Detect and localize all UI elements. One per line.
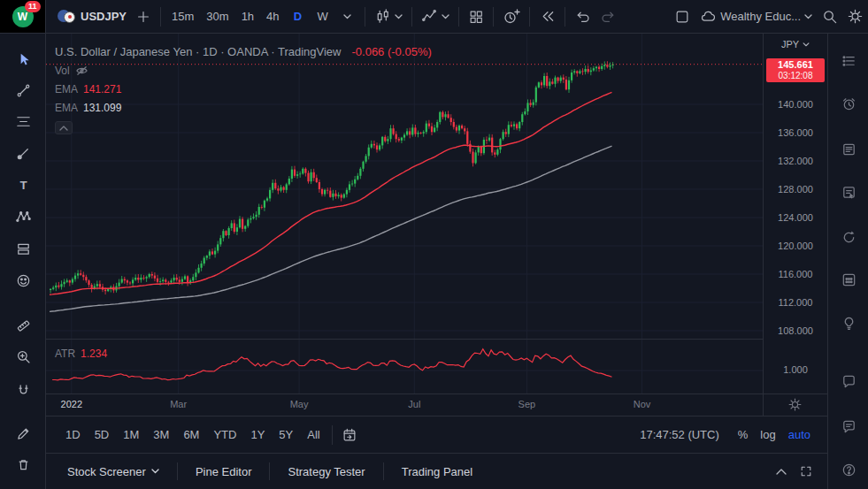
timeframe-1w[interactable]: W — [311, 4, 335, 29]
ideas-button[interactable] — [836, 310, 861, 335]
news-button[interactable] — [836, 136, 861, 161]
symbol-title[interactable]: U.S. Dollar / Japanese Yen · 1D · OANDA … — [55, 45, 341, 58]
undo-button[interactable] — [570, 4, 595, 29]
toolbar-separator — [458, 7, 459, 27]
edit-drawings-button[interactable] — [11, 421, 35, 446]
redo-button[interactable] — [595, 4, 621, 29]
strategy-tester-label: Strategy Tester — [288, 465, 365, 478]
compare-add-button[interactable] — [131, 4, 156, 29]
layout-button[interactable] — [670, 4, 695, 29]
percent-scale-toggle[interactable]: % — [732, 425, 755, 444]
fib-tool-button[interactable] — [11, 109, 35, 134]
brush-tool-button[interactable] — [11, 141, 35, 165]
hotlists-button[interactable] — [836, 225, 861, 249]
chevron-up-icon — [59, 126, 68, 131]
range-6m[interactable]: 6M — [176, 425, 206, 444]
zoom-tool-button[interactable] — [11, 344, 35, 369]
price-tick-label: 112.000 — [764, 297, 827, 308]
position-tool-button[interactable] — [11, 236, 35, 261]
toolbar-separator — [493, 7, 494, 27]
chevron-up-icon — [776, 468, 787, 475]
volume-label[interactable]: Vol — [55, 65, 70, 77]
public-chat-button[interactable] — [836, 369, 861, 393]
pattern-tool-button[interactable] — [11, 204, 35, 229]
range-1y[interactable]: 1Y — [243, 425, 272, 444]
go-to-date-button[interactable] — [337, 423, 362, 447]
chevron-down-icon — [151, 469, 159, 474]
toolbar-separator — [365, 7, 365, 27]
price-tick-label: 140.000 — [764, 99, 827, 110]
ema-fast-label[interactable]: EMA — [55, 83, 78, 96]
remove-drawings-button[interactable] — [11, 452, 35, 477]
create-alert-button[interactable] — [498, 4, 525, 29]
zoom-in-icon — [15, 348, 32, 365]
chart-style-button[interactable] — [370, 4, 407, 29]
tab-trading-panel[interactable]: Trading Panel — [395, 462, 480, 482]
range-all[interactable]: All — [300, 425, 326, 444]
timeframe-4h[interactable]: 4h — [260, 4, 285, 29]
open-panel-button[interactable] — [769, 459, 794, 484]
tab-pine-editor[interactable]: Pine Editor — [188, 462, 259, 482]
data-window-button[interactable] — [836, 180, 861, 204]
timeframe-15m[interactable]: 15m — [165, 4, 200, 29]
trash-icon — [15, 456, 32, 473]
time-axis[interactable]: 2022MarMayJulSepNov — [46, 393, 827, 416]
symbol-label: USDJPY — [81, 10, 127, 23]
range-5d[interactable]: 5D — [88, 425, 117, 444]
app-logo[interactable]: W 11 — [0, 0, 46, 34]
ema-slow-label[interactable]: EMA — [55, 102, 78, 114]
trading-panel-label: Trading Panel — [402, 465, 472, 478]
price-axis-currency[interactable]: JPY — [764, 39, 827, 50]
bar-replay-button[interactable] — [534, 4, 560, 29]
timeframe-30m[interactable]: 30m — [200, 4, 234, 29]
timeframe-1h[interactable]: 1h — [235, 4, 260, 29]
symbol-search-button[interactable]: USDJPY — [53, 4, 131, 29]
ema-fast-value: 141.271 — [83, 83, 121, 96]
range-5y[interactable]: 5Y — [272, 425, 300, 444]
indicators-button[interactable] — [417, 4, 454, 29]
atr-legend: ATR 1.234 — [55, 345, 107, 363]
calendar-button[interactable] — [836, 267, 861, 292]
clock-utc[interactable]: 17:47:52 (UTC) — [640, 428, 719, 441]
price-axis[interactable]: JPY 140.000136.000132.000128.000124.0001… — [763, 34, 827, 416]
cloud-save-icon — [699, 9, 717, 25]
legend-collapse-button[interactable] — [55, 121, 73, 134]
atr-label[interactable]: ATR — [55, 348, 75, 360]
account-name-label: Wealthy Educ... — [720, 10, 801, 23]
search-icon — [821, 8, 838, 25]
toolbar-separator — [332, 425, 333, 445]
timeframe-menu-button[interactable] — [335, 4, 360, 29]
news-icon — [841, 141, 857, 157]
auto-scale-toggle[interactable]: auto — [782, 425, 817, 444]
range-ytd[interactable]: YTD — [206, 425, 243, 444]
indicator-templates-button[interactable] — [464, 4, 488, 29]
search-button[interactable] — [817, 4, 842, 29]
magnet-tool-button[interactable] — [11, 378, 35, 402]
measure-tool-button[interactable] — [11, 313, 35, 338]
atr-pane — [46, 339, 763, 393]
trend-line-tool-button[interactable] — [11, 78, 35, 103]
watchlist-button[interactable] — [836, 48, 861, 73]
tab-strategy-tester[interactable]: Strategy Tester — [280, 462, 372, 482]
maximize-panel-button[interactable] — [794, 459, 818, 484]
chevron-down-icon — [804, 14, 812, 19]
emoji-tool-button[interactable] — [11, 268, 35, 293]
text-tool-button[interactable]: T — [11, 172, 35, 197]
support-button[interactable] — [836, 457, 861, 482]
tab-stock-screener[interactable]: Stock Screener — [60, 462, 166, 482]
private-chat-button[interactable] — [836, 414, 861, 439]
range-3m[interactable]: 3M — [146, 425, 176, 444]
log-scale-toggle[interactable]: log — [754, 425, 781, 444]
bar-countdown: 03:12:08 — [766, 71, 825, 80]
atr-axis-tick: 1.000 — [764, 364, 827, 375]
settings-button[interactable] — [842, 4, 868, 29]
cursor-tool-button[interactable] — [11, 47, 35, 72]
atr-plot[interactable] — [46, 340, 763, 393]
range-1m[interactable]: 1M — [116, 425, 146, 444]
panel-separator — [383, 462, 384, 480]
eye-off-icon[interactable] — [75, 65, 88, 76]
cloud-account-button[interactable]: Wealthy Educ... — [695, 4, 817, 29]
range-1d[interactable]: 1D — [58, 425, 88, 444]
alerts-button[interactable] — [836, 91, 861, 116]
timeframe-1d[interactable]: D — [286, 4, 311, 29]
